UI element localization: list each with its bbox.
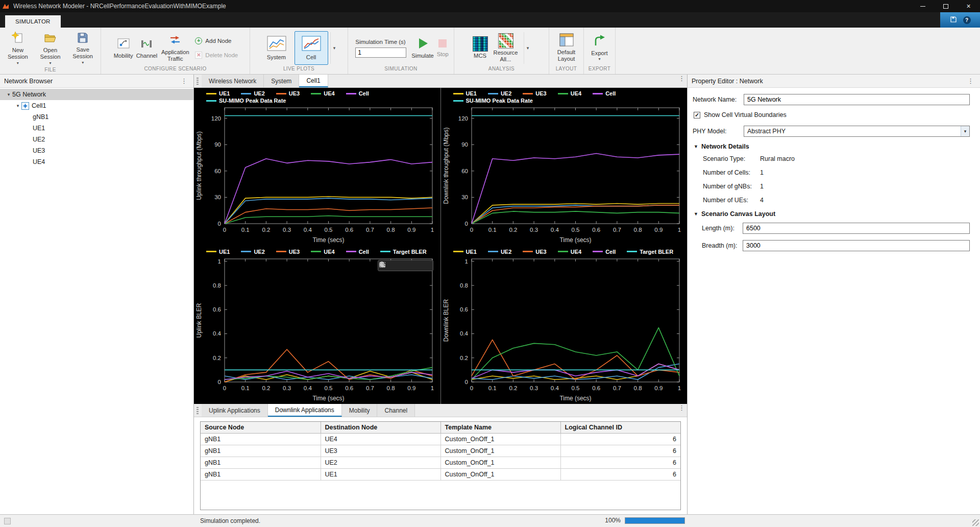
legend-item-ue1[interactable]: UE1 <box>206 249 230 255</box>
legend-item-su-mimo-peak-data-rate[interactable]: SU-MIMO Peak Data Rate <box>206 98 286 104</box>
legend-item-ue3[interactable]: UE3 <box>276 249 300 255</box>
legend-label: Target BLER <box>640 249 673 255</box>
legend-item-ue2[interactable]: UE2 <box>241 249 264 255</box>
breadth-input[interactable] <box>743 240 970 251</box>
legend-item-cell[interactable]: Cell <box>346 249 369 255</box>
kebab-menu-icon[interactable]: ⋮ <box>676 75 687 87</box>
network-name-input[interactable] <box>744 94 970 105</box>
caret-down-icon[interactable]: ▾ <box>5 92 12 97</box>
legend-label: UE2 <box>501 249 511 255</box>
legend-item-cell[interactable]: Cell <box>346 90 369 97</box>
legend-swatch <box>453 100 463 102</box>
table-cell: gNB1 <box>201 445 321 457</box>
help-icon[interactable]: ? <box>963 16 971 24</box>
tab-simulator[interactable]: SIMULATOR <box>5 15 61 28</box>
legend-item-ue1[interactable]: UE1 <box>206 90 230 97</box>
length-label: Length (m): <box>702 225 743 232</box>
resource-allocation-button[interactable]: Resource All... <box>490 32 522 64</box>
legend-item-cell[interactable]: Cell <box>593 90 616 97</box>
kebab-menu-icon[interactable]: ⋮ <box>676 404 687 417</box>
channel-button[interactable]: Channel <box>135 35 159 61</box>
zoom-in-icon[interactable] <box>401 261 410 270</box>
tree-item-ue3[interactable]: UE3 <box>0 145 193 156</box>
system-plots-button[interactable]: System <box>260 31 293 65</box>
table-row[interactable]: gNB1UE3Custom_OnOff_16 <box>201 445 680 457</box>
legend-item-target-bler[interactable]: Target BLER <box>380 249 427 255</box>
simulate-button[interactable]: Simulate <box>410 35 435 61</box>
table-row[interactable]: gNB1UE2Custom_OnOff_16 <box>201 457 680 469</box>
uplink-bler-plot[interactable]: 00.10.20.30.40.50.60.70.80.9100.20.40.60… <box>194 256 440 404</box>
restore-view-icon[interactable] <box>422 261 432 270</box>
legend-item-su-mimo-peak-data-rate[interactable]: SU-MIMO Peak Data Rate <box>453 98 533 104</box>
mcs-button[interactable]: MCS <box>472 35 489 61</box>
tab-system[interactable]: System <box>264 75 299 87</box>
drag-handle[interactable] <box>197 78 199 85</box>
legend-item-ue1[interactable]: UE1 <box>453 249 477 255</box>
tab-channel[interactable]: Channel <box>377 404 415 417</box>
legend-item-ue2[interactable]: UE2 <box>488 90 511 97</box>
svg-text:0.4: 0.4 <box>550 227 559 233</box>
open-session-button[interactable]: Open Session ▾ <box>35 30 66 67</box>
legend-item-ue2[interactable]: UE2 <box>488 249 511 255</box>
tab-wireless-network[interactable]: Wireless Network <box>202 75 264 87</box>
section-label-configure: CONFIGURE SCENARIO <box>101 66 250 74</box>
legend-item-ue4[interactable]: UE4 <box>558 249 581 255</box>
legend-item-ue3[interactable]: UE3 <box>523 90 546 97</box>
downlink-throughput-plot[interactable]: 00.10.20.30.40.50.60.70.80.910306090120T… <box>441 105 688 246</box>
zoom-out-icon[interactable] <box>411 261 421 270</box>
maximize-button[interactable] <box>934 0 957 12</box>
tab-cell1[interactable]: Cell1 <box>299 75 328 87</box>
minimize-button[interactable] <box>911 0 934 12</box>
tree-item-ue1[interactable]: UE1 <box>0 123 193 134</box>
new-session-button[interactable]: New Session ▾ <box>2 30 34 67</box>
tree-item-gnb1[interactable]: gNB1 <box>0 111 193 123</box>
tree-item-5g-network[interactable]: ▾ 5G Network <box>0 89 193 100</box>
cell-plots-button[interactable]: Cell <box>295 31 328 65</box>
network-details-section[interactable]: ▼ Network Details <box>694 143 975 150</box>
legend-item-ue4[interactable]: UE4 <box>311 249 334 255</box>
simulation-time-input[interactable] <box>355 47 406 58</box>
quick-save-icon[interactable] <box>950 16 957 25</box>
drag-handle[interactable] <box>197 407 199 414</box>
stop-button[interactable]: Stop <box>436 37 450 59</box>
legend-item-ue1[interactable]: UE1 <box>453 90 477 97</box>
kebab-menu-icon[interactable]: ⋮ <box>179 77 189 85</box>
downlink-bler-plot[interactable]: 00.10.20.30.40.50.60.70.80.9100.20.40.60… <box>441 256 688 404</box>
save-session-button[interactable]: Save Session ▾ <box>67 30 99 66</box>
tab-downlink-applications[interactable]: Downlink Applications <box>268 404 342 417</box>
analysis-gallery-arrow[interactable]: ▾ <box>524 32 532 64</box>
application-traffic-button[interactable]: Application Traffic <box>159 32 191 64</box>
svg-text:0.7: 0.7 <box>366 385 374 391</box>
tab-uplink-applications[interactable]: Uplink Applications <box>202 404 268 417</box>
tree-item-ue2[interactable]: UE2 <box>0 134 193 145</box>
delete-node-button[interactable]: ✕ Delete Node <box>195 49 238 61</box>
legend-item-target-bler[interactable]: Target BLER <box>627 249 673 255</box>
legend-item-ue3[interactable]: UE3 <box>276 90 300 97</box>
uplink-throughput-plot[interactable]: 00.10.20.30.40.50.60.70.80.910306090120T… <box>194 105 440 246</box>
legend-item-cell[interactable]: Cell <box>593 249 616 255</box>
tree-item-cell1[interactable]: ▾ Cell1 <box>0 100 193 111</box>
tree-item-ue4[interactable]: UE4 <box>0 156 193 167</box>
phy-model-select[interactable]: Abstract PHY ▾ <box>744 126 970 137</box>
legend-swatch <box>488 251 498 252</box>
live-plots-gallery-arrow[interactable]: ▾ <box>330 32 338 64</box>
legend-item-ue2[interactable]: UE2 <box>241 90 264 97</box>
caret-down-icon[interactable]: ▾ <box>14 103 21 108</box>
default-layout-button[interactable]: Default Layout <box>551 32 581 64</box>
table-row[interactable]: gNB1UE4Custom_OnOff_16 <box>201 434 680 445</box>
table-row[interactable]: gNB1UE1Custom_OnOff_16 <box>201 469 680 481</box>
export-button[interactable]: Export ▾ <box>590 33 608 63</box>
mobility-button[interactable]: Mobility <box>113 35 134 61</box>
tab-mobility[interactable]: Mobility <box>342 404 378 417</box>
length-input[interactable] <box>743 223 970 234</box>
add-node-button[interactable]: + Add Node <box>195 35 238 47</box>
legend-item-ue4[interactable]: UE4 <box>311 90 334 97</box>
section-label-live-plots: LIVE PLOTS <box>250 66 348 74</box>
legend-item-ue3[interactable]: UE3 <box>523 249 546 255</box>
show-boundaries-checkbox[interactable]: ✓ <box>694 112 700 118</box>
scenario-canvas-section[interactable]: ▼ Scenario Canvas Layout <box>694 210 975 218</box>
kebab-menu-icon[interactable]: ⋮ <box>965 77 976 85</box>
close-button[interactable]: × <box>957 0 980 12</box>
legend-item-ue4[interactable]: UE4 <box>558 90 581 97</box>
pan-icon[interactable] <box>390 261 400 270</box>
